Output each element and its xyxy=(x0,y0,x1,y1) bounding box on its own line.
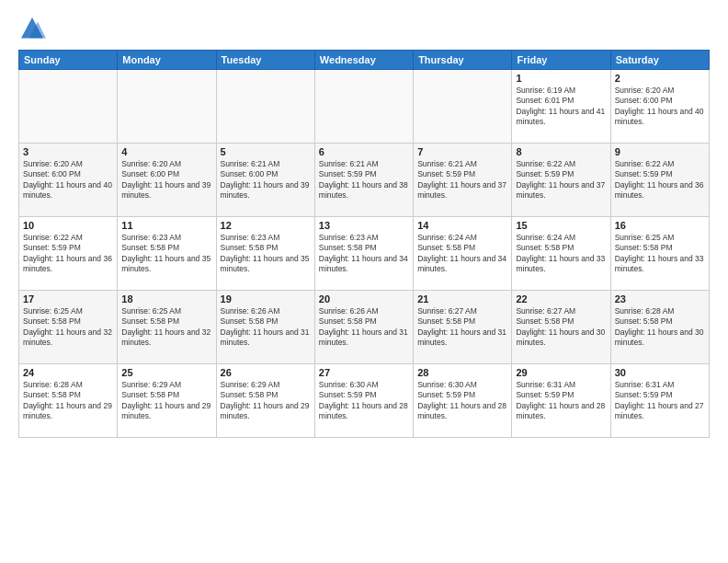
day-number: 10 xyxy=(23,220,113,231)
header xyxy=(18,15,710,42)
calendar-cell: 26Sunrise: 6:29 AM Sunset: 5:58 PM Dayli… xyxy=(216,364,314,438)
day-info: Sunrise: 6:28 AM Sunset: 5:58 PM Dayligh… xyxy=(23,380,113,422)
calendar-cell: 28Sunrise: 6:30 AM Sunset: 5:59 PM Dayli… xyxy=(414,364,512,438)
day-number: 21 xyxy=(417,293,507,304)
day-info: Sunrise: 6:20 AM Sunset: 6:00 PM Dayligh… xyxy=(121,159,211,201)
weekday-header: Tuesday xyxy=(216,51,314,70)
calendar-cell: 19Sunrise: 6:26 AM Sunset: 5:58 PM Dayli… xyxy=(216,291,314,364)
day-number: 5 xyxy=(221,146,311,157)
day-info: Sunrise: 6:29 AM Sunset: 5:58 PM Dayligh… xyxy=(221,380,311,422)
calendar-cell xyxy=(19,70,118,144)
calendar-cell: 29Sunrise: 6:31 AM Sunset: 5:59 PM Dayli… xyxy=(512,364,610,438)
logo xyxy=(18,15,50,42)
day-info: Sunrise: 6:29 AM Sunset: 5:58 PM Dayligh… xyxy=(121,380,211,422)
day-number: 18 xyxy=(121,293,211,304)
day-number: 20 xyxy=(319,293,409,304)
page: SundayMondayTuesdayWednesdayThursdayFrid… xyxy=(0,0,728,563)
day-number: 24 xyxy=(23,367,113,378)
calendar-cell: 7Sunrise: 6:21 AM Sunset: 5:59 PM Daylig… xyxy=(414,144,512,217)
calendar-cell: 5Sunrise: 6:21 AM Sunset: 6:00 PM Daylig… xyxy=(216,144,314,217)
day-info: Sunrise: 6:20 AM Sunset: 6:00 PM Dayligh… xyxy=(615,86,705,128)
day-number: 1 xyxy=(516,73,606,84)
calendar-cell: 12Sunrise: 6:23 AM Sunset: 5:58 PM Dayli… xyxy=(216,217,314,291)
day-info: Sunrise: 6:22 AM Sunset: 5:59 PM Dayligh… xyxy=(516,159,606,201)
calendar-week-row: 1Sunrise: 6:19 AM Sunset: 6:01 PM Daylig… xyxy=(19,70,710,144)
calendar-cell: 11Sunrise: 6:23 AM Sunset: 5:58 PM Dayli… xyxy=(118,217,216,291)
day-info: Sunrise: 6:26 AM Sunset: 5:58 PM Dayligh… xyxy=(221,306,311,349)
calendar-week-row: 24Sunrise: 6:28 AM Sunset: 5:58 PM Dayli… xyxy=(19,364,710,438)
day-info: Sunrise: 6:25 AM Sunset: 5:58 PM Dayligh… xyxy=(121,306,211,349)
day-number: 17 xyxy=(23,293,113,304)
day-number: 22 xyxy=(516,293,606,304)
day-info: Sunrise: 6:23 AM Sunset: 5:58 PM Dayligh… xyxy=(121,233,211,275)
day-info: Sunrise: 6:21 AM Sunset: 5:59 PM Dayligh… xyxy=(319,159,409,201)
day-info: Sunrise: 6:30 AM Sunset: 5:59 PM Dayligh… xyxy=(319,380,409,422)
calendar-cell: 30Sunrise: 6:31 AM Sunset: 5:59 PM Dayli… xyxy=(610,364,709,438)
calendar-cell: 17Sunrise: 6:25 AM Sunset: 5:58 PM Dayli… xyxy=(19,291,118,364)
day-number: 8 xyxy=(516,146,606,157)
day-info: Sunrise: 6:23 AM Sunset: 5:58 PM Dayligh… xyxy=(221,233,311,275)
calendar-cell: 25Sunrise: 6:29 AM Sunset: 5:58 PM Dayli… xyxy=(118,364,216,438)
calendar-cell: 3Sunrise: 6:20 AM Sunset: 6:00 PM Daylig… xyxy=(19,144,118,217)
day-info: Sunrise: 6:31 AM Sunset: 5:59 PM Dayligh… xyxy=(615,380,705,422)
calendar-cell: 10Sunrise: 6:22 AM Sunset: 5:59 PM Dayli… xyxy=(19,217,118,291)
calendar-cell: 23Sunrise: 6:28 AM Sunset: 5:58 PM Dayli… xyxy=(610,291,709,364)
day-info: Sunrise: 6:28 AM Sunset: 5:58 PM Dayligh… xyxy=(615,306,705,349)
day-number: 29 xyxy=(516,367,606,378)
calendar-cell: 8Sunrise: 6:22 AM Sunset: 5:59 PM Daylig… xyxy=(512,144,610,217)
calendar-cell xyxy=(414,70,512,144)
day-info: Sunrise: 6:20 AM Sunset: 6:00 PM Dayligh… xyxy=(23,159,113,201)
day-info: Sunrise: 6:24 AM Sunset: 5:58 PM Dayligh… xyxy=(516,233,606,275)
calendar-cell xyxy=(216,70,314,144)
weekday-header: Saturday xyxy=(610,51,709,70)
day-info: Sunrise: 6:24 AM Sunset: 5:58 PM Dayligh… xyxy=(417,233,507,275)
calendar-cell: 18Sunrise: 6:25 AM Sunset: 5:58 PM Dayli… xyxy=(118,291,216,364)
weekday-header: Monday xyxy=(118,51,216,70)
calendar-table: SundayMondayTuesdayWednesdayThursdayFrid… xyxy=(18,50,710,438)
day-number: 14 xyxy=(417,220,507,231)
day-number: 27 xyxy=(319,367,409,378)
calendar-cell: 13Sunrise: 6:23 AM Sunset: 5:58 PM Dayli… xyxy=(314,217,413,291)
day-number: 25 xyxy=(121,367,211,378)
day-info: Sunrise: 6:22 AM Sunset: 5:59 PM Dayligh… xyxy=(615,159,705,201)
calendar-cell xyxy=(314,70,413,144)
day-number: 19 xyxy=(221,293,311,304)
day-info: Sunrise: 6:25 AM Sunset: 5:58 PM Dayligh… xyxy=(615,233,705,275)
calendar-cell: 21Sunrise: 6:27 AM Sunset: 5:58 PM Dayli… xyxy=(414,291,512,364)
calendar-cell: 2Sunrise: 6:20 AM Sunset: 6:00 PM Daylig… xyxy=(610,70,709,144)
day-number: 2 xyxy=(615,73,705,84)
day-number: 4 xyxy=(121,146,211,157)
weekday-header: Wednesday xyxy=(314,51,413,70)
day-number: 16 xyxy=(615,220,705,231)
day-info: Sunrise: 6:21 AM Sunset: 5:59 PM Dayligh… xyxy=(417,159,507,201)
calendar-week-row: 17Sunrise: 6:25 AM Sunset: 5:58 PM Dayli… xyxy=(19,291,710,364)
weekday-header: Thursday xyxy=(414,51,512,70)
day-info: Sunrise: 6:30 AM Sunset: 5:59 PM Dayligh… xyxy=(417,380,507,422)
calendar-week-row: 3Sunrise: 6:20 AM Sunset: 6:00 PM Daylig… xyxy=(19,144,710,217)
day-info: Sunrise: 6:25 AM Sunset: 5:58 PM Dayligh… xyxy=(23,306,113,349)
day-number: 30 xyxy=(615,367,705,378)
calendar-cell: 1Sunrise: 6:19 AM Sunset: 6:01 PM Daylig… xyxy=(512,70,610,144)
calendar-cell: 4Sunrise: 6:20 AM Sunset: 6:00 PM Daylig… xyxy=(118,144,216,217)
day-info: Sunrise: 6:27 AM Sunset: 5:58 PM Dayligh… xyxy=(516,306,606,349)
day-number: 28 xyxy=(417,367,507,378)
calendar-cell xyxy=(118,70,216,144)
calendar-cell: 9Sunrise: 6:22 AM Sunset: 5:59 PM Daylig… xyxy=(610,144,709,217)
day-info: Sunrise: 6:23 AM Sunset: 5:58 PM Dayligh… xyxy=(319,233,409,275)
day-number: 12 xyxy=(221,220,311,231)
day-number: 9 xyxy=(615,146,705,157)
day-info: Sunrise: 6:21 AM Sunset: 6:00 PM Dayligh… xyxy=(221,159,311,201)
day-number: 15 xyxy=(516,220,606,231)
day-number: 7 xyxy=(417,146,507,157)
day-number: 3 xyxy=(23,146,113,157)
calendar-cell: 22Sunrise: 6:27 AM Sunset: 5:58 PM Dayli… xyxy=(512,291,610,364)
weekday-header: Friday xyxy=(512,51,610,70)
calendar-header-row: SundayMondayTuesdayWednesdayThursdayFrid… xyxy=(19,51,710,70)
day-number: 6 xyxy=(319,146,409,157)
calendar-cell: 24Sunrise: 6:28 AM Sunset: 5:58 PM Dayli… xyxy=(19,364,118,438)
day-number: 23 xyxy=(615,293,705,304)
day-info: Sunrise: 6:19 AM Sunset: 6:01 PM Dayligh… xyxy=(516,86,606,128)
day-number: 11 xyxy=(121,220,211,231)
calendar-week-row: 10Sunrise: 6:22 AM Sunset: 5:59 PM Dayli… xyxy=(19,217,710,291)
day-info: Sunrise: 6:27 AM Sunset: 5:58 PM Dayligh… xyxy=(417,306,507,349)
